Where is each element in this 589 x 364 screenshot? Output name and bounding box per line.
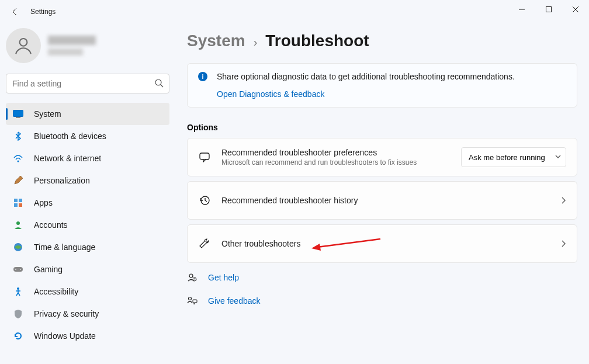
wrench-icon [198,238,211,249]
svg-rect-16 [13,267,23,272]
app-title: Settings [30,8,56,16]
sidebar-item-label: System [34,109,61,119]
sidebar-item-label: Windows Update [34,331,96,341]
user-profile[interactable] [6,28,169,63]
svg-rect-12 [14,203,18,207]
network-icon [13,153,23,164]
card-title: Other troubleshooters [221,239,556,248]
svg-rect-13 [19,203,22,207]
svg-point-9 [18,161,19,162]
sidebar-item-label: Gaming [34,265,63,274]
close-button[interactable] [562,0,589,19]
svg-point-19 [17,287,19,290]
help-icon: ? [187,272,198,283]
chat-icon [198,151,211,163]
chevron-right-icon: › [254,36,258,49]
sidebar-item-label: Privacy & security [34,309,99,318]
svg-point-18 [20,269,21,270]
personalization-icon [13,175,23,186]
svg-point-14 [16,221,20,225]
sidebar-item-label: Personalization [34,176,90,185]
sidebar-item-label: Accounts [34,220,68,230]
svg-rect-28 [193,300,197,303]
card-subtitle: Microsoft can recommend and run troubles… [221,158,461,167]
update-icon [13,331,23,341]
minimize-button[interactable] [508,0,535,19]
select-value: Ask me before running [469,153,545,162]
back-button[interactable] [6,2,25,21]
breadcrumb: System › Troubleshoot [187,32,577,50]
sidebar-item-system[interactable]: System [6,103,169,125]
svg-text:?: ? [194,278,196,281]
svg-point-4 [20,39,27,46]
sidebar-item-label: Time & language [34,242,95,252]
avatar [6,28,41,63]
svg-rect-7 [13,110,23,117]
diagnostic-banner: i Share optional diagnostic data to get … [187,63,577,108]
bluetooth-icon [13,131,23,141]
svg-point-17 [15,269,16,270]
system-icon [13,109,23,119]
feedback-icon [187,296,198,306]
card-other-troubleshooters[interactable]: Other troubleshooters [187,224,577,263]
sidebar-item-time[interactable]: Time & language [6,236,169,258]
banner-text: Share optional diagnostic data to get ad… [217,72,515,81]
sidebar-item-accounts[interactable]: Accounts [6,214,169,236]
svg-rect-10 [14,199,18,202]
sidebar-item-apps[interactable]: Apps [6,192,169,214]
accessibility-icon [13,286,23,297]
accounts-icon [13,220,23,230]
time-icon [13,242,23,252]
search-icon [154,78,164,88]
search-input[interactable] [6,74,169,93]
card-title: Recommended troubleshooter history [221,196,556,205]
card-preferences: Recommended troubleshooter preferences M… [187,138,577,176]
svg-line-6 [161,85,163,87]
gaming-icon [13,264,23,275]
svg-rect-1 [546,7,552,12]
options-heading: Options [187,123,577,132]
svg-point-24 [189,274,193,278]
sidebar-item-label: Bluetooth & devices [34,131,106,141]
sidebar-item-accessibility[interactable]: Accessibility [6,280,169,303]
shield-icon [13,308,23,319]
svg-point-5 [155,79,161,85]
sidebar-item-update[interactable]: Windows Update [6,325,169,347]
chevron-right-icon [562,197,566,204]
give-feedback-link[interactable]: Give feedback [208,296,261,306]
preferences-select[interactable]: Ask me before running [461,147,566,167]
sidebar-item-network[interactable]: Network & internet [6,147,169,169]
search-box[interactable] [6,74,169,93]
sidebar-item-bluetooth[interactable]: Bluetooth & devices [6,125,169,147]
card-title: Recommended troubleshooter preferences [221,148,461,157]
svg-rect-8 [16,117,20,118]
sidebar-item-label: Apps [34,198,53,207]
svg-rect-11 [19,199,22,202]
get-help-link[interactable]: Get help [208,273,239,282]
open-diagnostics-link[interactable]: Open Diagnostics & feedback [217,89,566,99]
sidebar-item-label: Network & internet [34,154,101,163]
user-name [48,36,96,56]
sidebar-item-gaming[interactable]: Gaming [6,258,169,280]
maximize-button[interactable] [535,0,562,19]
svg-point-27 [189,297,192,300]
info-icon: i [198,72,207,81]
sidebar-item-privacy[interactable]: Privacy & security [6,303,169,325]
card-history[interactable]: Recommended troubleshooter history [187,181,577,220]
chevron-right-icon [562,240,566,247]
svg-rect-20 [200,153,209,160]
history-icon [198,195,211,206]
sidebar-item-personalization[interactable]: Personalization [6,169,169,192]
breadcrumb-parent[interactable]: System [187,32,245,50]
apps-icon [13,197,23,208]
chevron-down-icon [555,155,561,160]
breadcrumb-current: Troubleshoot [265,32,369,50]
sidebar-item-label: Accessibility [34,287,78,296]
